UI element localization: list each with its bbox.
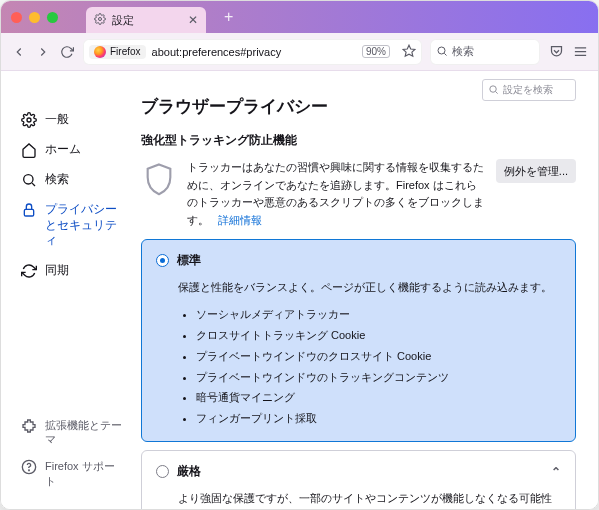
search-icon [21,172,37,188]
list-item: プライベートウインドウのトラッキングコンテンツ [196,367,561,388]
radio-strict[interactable] [156,465,169,478]
svg-line-3 [444,53,446,55]
puzzle-icon [21,418,37,434]
sidebar-item-label: Firefox サポート [45,459,125,488]
navigation-toolbar: Firefox about:preferences#privacy 90% 検索 [1,33,598,71]
sidebar-item-label: 一般 [45,112,69,128]
toolbar-search-placeholder: 検索 [452,44,474,59]
browser-window: 設定 ✕ + Firefox about:preferences#privacy… [0,0,599,510]
svg-point-10 [24,175,33,184]
close-tab-icon[interactable]: ✕ [188,13,198,27]
identity-chip[interactable]: Firefox [89,45,146,59]
svg-rect-12 [24,209,33,216]
title-bar: 設定 ✕ + [1,1,598,33]
gear-icon [94,13,106,27]
card-features: ソーシャルメディアトラッカー クロスサイトトラッキング Cookie プライベー… [156,304,561,429]
bookmark-star-icon[interactable] [402,44,416,60]
chevron-up-icon[interactable]: ⌃ [551,465,561,479]
sidebar-item-search[interactable]: 検索 [17,167,129,193]
svg-point-0 [99,18,102,21]
zoom-window-button[interactable] [47,12,58,23]
sidebar-item-label: プライバシーとセキュリティ [45,202,125,249]
sidebar-item-support[interactable]: Firefox サポート [17,454,129,493]
settings-main: ブラウザープライバシー 強化型トラッキング防止機能 トラッカーはあなたの習慣や興… [135,71,598,509]
settings-search[interactable]: 設定を検索 [482,79,576,101]
list-item: クロスサイトトラッキング Cookie [196,325,561,346]
back-button[interactable] [11,44,27,60]
svg-point-14 [29,470,30,471]
sidebar-item-general[interactable]: 一般 [17,107,129,133]
card-description: より強固な保護ですが、一部のサイトやコンテンツが機能しなくなる可能性があります。 [178,490,561,509]
manage-exceptions-button[interactable]: 例外を管理... [496,159,576,183]
svg-marker-1 [403,45,415,56]
sidebar-item-extensions[interactable]: 拡張機能とテーマ [17,413,129,452]
settings-search-placeholder: 設定を検索 [503,83,553,97]
svg-line-8 [496,91,498,93]
tab-title: 設定 [112,13,134,28]
firefox-icon [94,46,106,58]
identity-label: Firefox [110,46,141,57]
etp-description: トラッカーはあなたの習慣や興味に関する情報を収集するために、オンラインであなたを… [187,159,486,229]
new-tab-button[interactable]: + [220,8,237,26]
pocket-button[interactable] [548,44,564,60]
zoom-indicator[interactable]: 90% [362,45,390,58]
gear-icon [21,112,37,128]
list-item: 暗号通貨マイニング [196,387,561,408]
sidebar-item-sync[interactable]: 同期 [17,258,129,284]
card-description: 保護と性能をバランスよく。ページが正しく機能するように読み込みます。 [178,279,561,296]
shield-icon [141,159,177,199]
settings-sidebar: 一般 ホーム 検索 プライバシーとセキュリティ 同期 拡張機能と [1,71,135,509]
app-menu-button[interactable] [572,44,588,60]
preferences-content: 設定を検索 一般 ホーム 検索 プライバシーとセキュリティ 同期 [1,71,598,509]
sync-icon [21,263,37,279]
card-title: 厳格 [177,463,201,480]
etp-learn-more-link[interactable]: 詳細情報 [218,214,262,226]
sidebar-item-label: 検索 [45,172,69,188]
etp-heading: 強化型トラッキング防止機能 [141,132,576,149]
sidebar-item-home[interactable]: ホーム [17,137,129,163]
forward-button[interactable] [35,44,51,60]
sidebar-item-label: ホーム [45,142,81,158]
etp-card-strict[interactable]: 厳格 ⌃ より強固な保護ですが、一部のサイトやコンテンツが機能しなくなる可能性が… [141,450,576,509]
sidebar-item-label: 拡張機能とテーマ [45,418,125,447]
etp-card-standard[interactable]: 標準 保護と性能をバランスよく。ページが正しく機能するように読み込みます。 ソー… [141,239,576,442]
sidebar-item-label: 同期 [45,263,69,279]
lock-icon [21,202,37,218]
window-controls [11,12,58,23]
search-icon [488,84,499,97]
toolbar-search[interactable]: 検索 [430,39,540,65]
home-icon [21,142,37,158]
list-item: ソーシャルメディアトラッカー [196,304,561,325]
svg-point-9 [27,118,31,122]
reload-button[interactable] [59,44,75,60]
svg-line-11 [32,183,35,186]
url-bar[interactable]: Firefox about:preferences#privacy 90% [83,39,422,65]
sidebar-item-privacy[interactable]: プライバシーとセキュリティ [17,197,129,254]
tab-settings[interactable]: 設定 ✕ [86,7,206,33]
list-item: プライベートウインドウのクロスサイト Cookie [196,346,561,367]
svg-point-7 [490,85,496,91]
minimize-window-button[interactable] [29,12,40,23]
search-icon [436,45,448,59]
close-window-button[interactable] [11,12,22,23]
card-title: 標準 [177,252,201,269]
svg-point-2 [438,47,445,54]
radio-standard[interactable] [156,254,169,267]
url-text: about:preferences#privacy [152,46,282,58]
help-icon [21,459,37,475]
list-item: フィンガープリント採取 [196,408,561,429]
